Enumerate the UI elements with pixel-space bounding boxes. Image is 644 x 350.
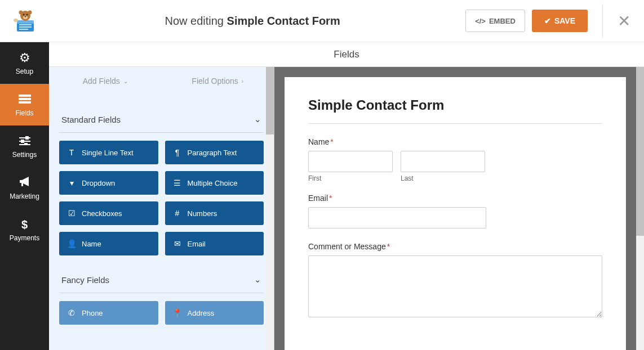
comment-label: Comment or Message* (308, 242, 602, 251)
close-button[interactable]: ✕ (615, 12, 633, 30)
form-title: Simple Contact Form (308, 97, 602, 113)
sidenav-item-setup[interactable]: ⚙ Setup (0, 42, 49, 84)
hash-icon: # (173, 209, 182, 218)
panel-body: Add Fields ⌄ Field Options › Standard Fi… (49, 67, 644, 350)
separator (602, 4, 603, 38)
field-name[interactable]: 👤Name (59, 232, 158, 255)
email-input[interactable] (308, 207, 486, 228)
section-standard-fields: Standard Fields ⌄ TSingle Line Text ¶Par… (59, 106, 264, 255)
comment-textarea[interactable] (308, 255, 602, 317)
svg-point-12 (14, 19, 18, 22)
svg-rect-19 (26, 137, 28, 139)
panel-header: Fields (49, 42, 644, 67)
user-icon: 👤 (67, 239, 76, 248)
svg-point-6 (23, 14, 25, 16)
marker-icon: 📍 (173, 308, 182, 317)
required-asterisk: * (329, 194, 332, 203)
embed-button[interactable]: </> EMBED (465, 10, 525, 32)
left-pane: Add Fields ⌄ Field Options › Standard Fi… (49, 67, 274, 350)
first-name-input[interactable] (308, 151, 393, 172)
chevron-down-icon: ⌄ (123, 78, 128, 84)
panel: Fields Add Fields ⌄ Field Options › (49, 42, 644, 350)
svg-rect-14 (19, 98, 31, 100)
svg-rect-21 (25, 143, 27, 145)
chevron-down-icon: ⌄ (254, 275, 261, 285)
main: ⚙ Setup Fields Settings Marketing $ Paym… (0, 42, 644, 350)
bullhorn-icon (19, 176, 31, 190)
sidenav-item-marketing[interactable]: Marketing (0, 167, 49, 209)
scrollbar-thumb[interactable] (636, 67, 644, 236)
field-paragraph-text[interactable]: ¶Paragraph Text (165, 141, 264, 164)
top-actions: </> EMBED ✔ SAVE ✕ (465, 4, 633, 38)
page-title: Now editing Simple Contact Form (39, 15, 465, 28)
code-icon: </> (475, 17, 486, 25)
standard-field-grid: TSingle Line Text ¶Paragraph Text ▾Dropd… (59, 141, 264, 255)
text-icon: T (67, 148, 76, 157)
phone-icon: ✆ (67, 308, 76, 317)
chevron-down-icon: ⌄ (254, 114, 261, 124)
last-name-input[interactable] (401, 151, 485, 172)
svg-rect-20 (21, 140, 24, 142)
left-tabs: Add Fields ⌄ Field Options › (49, 67, 274, 95)
required-asterisk: * (330, 137, 333, 146)
sidenav-item-fields[interactable]: Fields (0, 84, 49, 125)
fancy-field-grid: ✆Phone 📍Address (59, 301, 264, 325)
field-numbers[interactable]: #Numbers (165, 201, 264, 225)
section-header-standard[interactable]: Standard Fields ⌄ (59, 106, 264, 133)
right-pane: Simple Contact Form Name* First (274, 67, 644, 350)
svg-rect-13 (19, 95, 31, 97)
editing-form-name: Simple Contact Form (227, 15, 340, 27)
name-label: Name* (308, 137, 602, 146)
divider (308, 123, 602, 124)
field-email[interactable]: ✉Email (165, 232, 264, 255)
form-canvas: Simple Contact Form Name* First (285, 77, 626, 350)
sidenav-item-payments[interactable]: $ Payments (0, 209, 49, 250)
check-square-icon: ☑ (67, 209, 76, 218)
save-button[interactable]: ✔ SAVE (532, 10, 588, 32)
field-single-line-text[interactable]: TSingle Line Text (59, 141, 158, 164)
sidenav-item-settings[interactable]: Settings (0, 125, 49, 167)
field-block-name: Name* First Last (308, 137, 602, 182)
tab-add-fields[interactable]: Add Fields ⌄ (49, 67, 162, 95)
field-address[interactable]: 📍Address (165, 301, 264, 325)
app-logo (11, 7, 39, 35)
sidenav: ⚙ Setup Fields Settings Marketing $ Paym… (0, 42, 49, 350)
list-icon (19, 92, 31, 107)
scrollbar-thumb[interactable] (266, 67, 274, 134)
field-multiple-choice[interactable]: ☰Multiple Choice (165, 171, 264, 195)
section-fancy-fields: Fancy Fields ⌄ ✆Phone 📍Address (59, 267, 264, 325)
section-header-fancy[interactable]: Fancy Fields ⌄ (59, 267, 264, 293)
field-dropdown[interactable]: ▾Dropdown (59, 171, 158, 195)
chevron-right-icon: › (242, 78, 243, 84)
field-block-comment: Comment or Message* (308, 242, 602, 320)
email-label: Email* (308, 194, 602, 203)
editing-prefix: Now editing (165, 15, 224, 27)
dollar-icon: $ (21, 217, 28, 232)
envelope-icon: ✉ (173, 239, 182, 248)
sliders-icon (19, 134, 30, 149)
list-ul-icon: ☰ (173, 178, 182, 187)
svg-point-10 (19, 11, 23, 15)
first-sublabel: First (308, 174, 393, 182)
svg-rect-15 (19, 101, 31, 104)
topbar: Now editing Simple Contact Form </> EMBE… (0, 0, 644, 42)
svg-rect-22 (21, 183, 23, 186)
svg-point-11 (28, 11, 32, 15)
last-sublabel: Last (401, 174, 485, 182)
tab-field-options[interactable]: Field Options › (162, 67, 274, 95)
caret-square-icon: ▾ (67, 178, 76, 187)
field-block-email: Email* (308, 194, 602, 228)
paragraph-icon: ¶ (173, 148, 182, 157)
svg-point-7 (26, 14, 28, 16)
required-asterisk: * (387, 242, 390, 251)
svg-point-9 (25, 16, 26, 17)
check-icon: ✔ (544, 16, 551, 25)
field-checkboxes[interactable]: ☑Checkboxes (59, 201, 158, 225)
gear-icon: ⚙ (19, 51, 30, 65)
field-phone[interactable]: ✆Phone (59, 301, 158, 325)
